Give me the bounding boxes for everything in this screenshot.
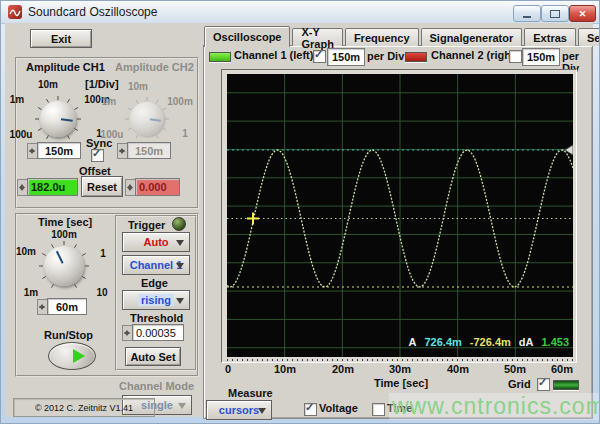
channel2-enable-checkbox[interactable] (509, 50, 522, 63)
x-tick-20m: 20m (328, 363, 358, 375)
maximize-button[interactable] (541, 5, 569, 22)
time-checkbox[interactable] (372, 403, 385, 416)
close-icon: ✕ (579, 9, 587, 19)
ch2-dial-1m: 1m (100, 96, 118, 107)
channel1-per-div-field[interactable]: 150m (327, 48, 365, 66)
measure-title: Measure (228, 387, 273, 399)
voltage-label: Voltage (319, 402, 358, 414)
voltage-checkbox[interactable] (304, 403, 317, 416)
tab-frequency[interactable]: Frequency (345, 28, 419, 46)
cursor-readout: A 726.4m -726.4m dA 1.453 (397, 336, 569, 348)
tab-label: Signalgenerator (430, 32, 514, 44)
window-title: Soundcard Oszilloscope (28, 5, 157, 19)
channel-mode-label: Channel Mode (119, 380, 194, 392)
tab-xy-graph[interactable]: X-Y Graph (292, 28, 342, 46)
copyright-bar: © 2012 C. Zeitnitz V1.41 (13, 398, 155, 417)
tab-label: Frequency (354, 32, 410, 44)
app-icon (8, 5, 22, 19)
channel1-color-swatch (209, 52, 231, 62)
x-tick-30m: 30m (385, 363, 415, 375)
x-axis-label: Time [sec] (371, 377, 431, 389)
maximize-icon (550, 10, 560, 18)
close-button[interactable]: ✕ (569, 5, 596, 22)
offset-ch1-field[interactable]: 182.0u (27, 178, 78, 196)
x-axis-ruler (227, 359, 573, 361)
x-tick-40m: 40m (443, 363, 473, 375)
ch1-dial-1m: 1m (7, 94, 27, 105)
tab-strip: Oscilloscope X-Y Graph Frequency Signalg… (204, 26, 590, 46)
tab-settings[interactable]: Settings (578, 28, 600, 46)
amplitude-ch1-title: Amplitude CH1 (26, 61, 105, 73)
x-tick-50m: 50m (500, 363, 530, 375)
tab-oscilloscope[interactable]: Oscilloscope (204, 26, 290, 47)
tab-label: Settings (587, 32, 600, 44)
trigger-source-dropdown[interactable]: Channel 1 (122, 255, 190, 275)
tab-label: X-Y Graph (301, 26, 333, 50)
channel2-per-div-field[interactable]: 150m (522, 48, 560, 66)
time-knob[interactable] (36, 238, 92, 294)
time-field[interactable]: 60m (47, 298, 87, 315)
channel2-color-swatch (405, 52, 427, 62)
amplitude-ch2-knob[interactable] (121, 93, 173, 145)
cursor-a-label: A (409, 336, 417, 348)
time-dial-1: 1 (97, 248, 109, 259)
x-tick-0: 0 (225, 363, 237, 375)
threshold-label: Threshold (130, 312, 183, 324)
offset-reset-button[interactable]: Reset (81, 176, 123, 197)
x-tick-60m: 60m (545, 363, 573, 375)
tab-label: Extras (533, 32, 567, 44)
channel1-label: Channel 1 (left) (234, 49, 313, 61)
measure-cursors-dropdown[interactable]: cursors (206, 400, 272, 420)
autoset-button[interactable]: Auto Set (125, 347, 181, 366)
threshold-field[interactable]: 0.00035 (132, 324, 184, 341)
trigger-mode-value: Auto (143, 236, 168, 248)
x-tick-10m: 10m (270, 363, 300, 375)
amplitude-ch1-knob[interactable] (32, 93, 84, 145)
waveform-canvas (227, 74, 573, 357)
run-arrow-icon (73, 349, 92, 363)
offset-ch2-field[interactable]: 0.000 (135, 178, 180, 196)
app-window: Soundcard Oszilloscope ✕ Exit Amplitude … (0, 0, 600, 424)
grid-checkbox[interactable] (537, 378, 550, 391)
channel1-per-div-label: per Div (367, 50, 404, 62)
title-bar: Soundcard Oszilloscope ✕ (1, 1, 600, 24)
time-dial-10: 10 (93, 287, 111, 298)
trigger-edge-value: rising (138, 294, 174, 306)
cursors-value: cursors (219, 404, 259, 416)
grid-color-swatch (553, 380, 579, 390)
cursor-a-value: 726.4m (425, 336, 462, 348)
tab-label: Oscilloscope (213, 31, 281, 43)
scope-display[interactable] (227, 74, 573, 357)
exit-button[interactable]: Exit (30, 29, 92, 48)
trigger-title: Trigger (128, 219, 165, 231)
trigger-led (172, 217, 186, 231)
time-title: Time [sec] (38, 216, 92, 228)
watermark: www.cntronics.com (389, 393, 600, 420)
runstop-label: Run/Stop (44, 329, 93, 341)
cursor-b-value: -726.4m (470, 336, 511, 348)
grid-label: Grid (508, 378, 531, 390)
trigger-mode-dropdown[interactable]: Auto (122, 232, 190, 252)
sync-checkbox[interactable] (91, 149, 104, 162)
edge-label: Edge (141, 277, 168, 289)
trigger-source-value: Channel 1 (130, 259, 183, 271)
ch1-dial-100u: 100u (7, 129, 35, 140)
tab-signalgenerator[interactable]: Signalgenerator (421, 28, 523, 46)
ch2-dial-10m: 10m (127, 81, 149, 92)
time-dial-10m: 10m (14, 246, 38, 257)
runstop-button[interactable] (48, 342, 96, 370)
tab-extras[interactable]: Extras (524, 28, 576, 46)
cursor-da-label: dA (519, 336, 534, 348)
amplitude-ch2-title: Amplitude CH2 (115, 61, 194, 73)
ch2-dial-1: 1 (179, 128, 191, 139)
trigger-edge-dropdown[interactable]: rising (122, 290, 190, 310)
channel2-label: Channel 2 (right) (431, 49, 518, 61)
minimize-icon (523, 16, 531, 18)
minimize-button[interactable] (513, 5, 541, 22)
ch1-dial-10m: 10m (37, 79, 59, 90)
per-div-unit-label: [1/Div] (85, 78, 119, 90)
cursor-da-value: 1.453 (541, 336, 569, 348)
channel1-enable-checkbox[interactable] (313, 50, 326, 63)
